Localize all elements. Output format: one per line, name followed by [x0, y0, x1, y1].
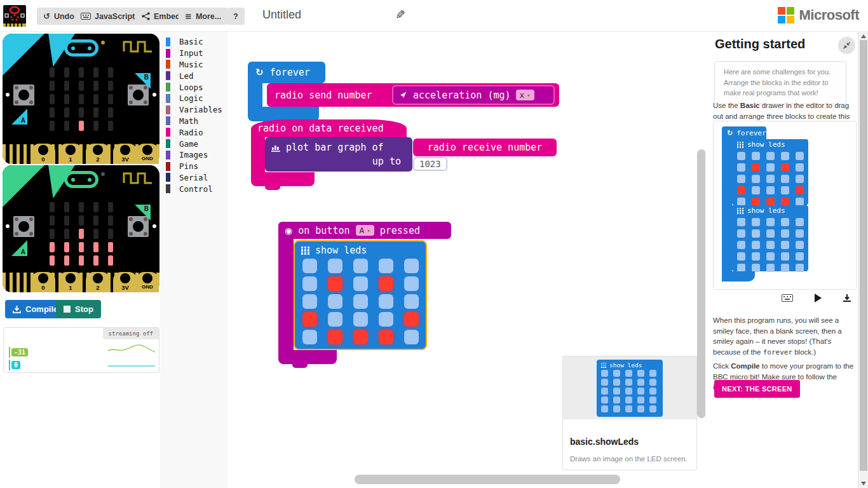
- led-cell-on[interactable]: [328, 276, 342, 291]
- block-forever[interactable]: ↻ forever: [248, 62, 325, 83]
- block-plot-label: plot bar graph of: [286, 142, 384, 153]
- block-radio-receive-number[interactable]: radio receive number: [413, 139, 557, 156]
- led-cell-off[interactable]: [379, 259, 393, 273]
- pin-label: 2: [96, 284, 99, 291]
- led-cell-on[interactable]: [404, 312, 419, 327]
- sim-button-b[interactable]: [128, 216, 149, 240]
- led-cell-on[interactable]: [328, 330, 342, 344]
- scroll-up-arrow[interactable]: [861, 34, 866, 38]
- sim-button-a[interactable]: [13, 85, 34, 108]
- category-label: Led: [179, 71, 194, 81]
- next-step-button[interactable]: NEXT: THE SCREEN: [714, 380, 800, 398]
- category-radio[interactable]: Radio: [160, 126, 227, 138]
- workspace-horizontal-scrollbar[interactable]: [355, 475, 620, 484]
- pin-0[interactable]: 0: [31, 144, 55, 164]
- category-variables[interactable]: Variables: [160, 104, 227, 116]
- pin-gnd[interactable]: GND: [136, 144, 159, 164]
- category-input[interactable]: Input: [160, 48, 227, 59]
- acceleration-axis-dropdown[interactable]: x ▾: [516, 90, 534, 100]
- category-led[interactable]: Led: [160, 70, 227, 81]
- led-cell-off[interactable]: [379, 312, 393, 327]
- category-serial[interactable]: Serial: [160, 172, 227, 184]
- instruction-paragraph-2: When this program runs, you will see a s…: [713, 315, 857, 358]
- rename-pencil-icon[interactable]: ✎: [395, 8, 405, 22]
- category-math[interactable]: Math: [160, 116, 227, 127]
- category-game[interactable]: Game: [160, 138, 227, 149]
- pin-3v[interactable]: 3V: [113, 272, 137, 292]
- block-acceleration[interactable]: acceleration (mg) x ▾: [392, 85, 555, 105]
- browser-scrollbar-thumb[interactable]: [860, 40, 867, 471]
- led-cell-on[interactable]: [379, 330, 393, 344]
- led-cell-on[interactable]: [302, 312, 317, 327]
- led-cell-off[interactable]: [404, 330, 419, 344]
- category-music[interactable]: Music: [160, 59, 227, 71]
- category-pins[interactable]: Pins: [160, 161, 227, 172]
- led-cell-off[interactable]: [379, 294, 393, 309]
- microbit-logo[interactable]: [3, 5, 26, 27]
- block-on-button-notch: [292, 364, 308, 368]
- led-cell-off: [613, 396, 620, 403]
- led-cell-off[interactable]: [404, 276, 419, 291]
- pin-1[interactable]: 1: [58, 272, 83, 292]
- javascript-button[interactable]: JavaScript: [74, 8, 141, 25]
- block-on-button-foot[interactable]: [278, 350, 337, 364]
- led-cell-off[interactable]: [302, 294, 317, 309]
- block-on-button-pressed[interactable]: ◉ on button A ▾ pressed: [278, 222, 451, 239]
- number-input-slot[interactable]: 1023: [413, 157, 447, 171]
- category-logic[interactable]: Logic: [160, 93, 227, 104]
- pin-1[interactable]: 1: [58, 144, 83, 164]
- led-cell-on[interactable]: [379, 276, 393, 291]
- led-cell-off[interactable]: [404, 259, 419, 273]
- led-cell-off[interactable]: [328, 259, 342, 273]
- help-button[interactable]: ?: [227, 8, 245, 25]
- led-cell-off: [737, 252, 745, 261]
- category-control[interactable]: Control: [160, 183, 227, 194]
- block-radio-on-data-received[interactable]: radio on data received: [251, 119, 407, 137]
- category-images[interactable]: Images: [160, 149, 227, 161]
- led-cell-off[interactable]: [328, 312, 342, 327]
- led-cell-off[interactable]: [302, 276, 317, 291]
- block-plot-upto-label: up to: [372, 156, 401, 167]
- project-title[interactable]: Untitled: [262, 8, 301, 22]
- pin-label: 1: [69, 284, 72, 291]
- block-radio-on-foot[interactable]: [251, 172, 315, 186]
- led-cell-off[interactable]: [302, 330, 317, 344]
- led-cell-off[interactable]: [404, 294, 419, 309]
- pin-2[interactable]: 2: [86, 144, 110, 164]
- led-cell-off: [796, 175, 804, 183]
- stop-button[interactable]: Stop: [56, 300, 101, 318]
- workspace-vertical-scrollbar[interactable]: [697, 149, 706, 418]
- led-cell-off[interactable]: [353, 259, 368, 273]
- pin-0[interactable]: 0: [31, 272, 55, 292]
- block-show-leds[interactable]: show leds: [294, 240, 427, 350]
- block-radio-send-number[interactable]: radio send number acceleration (mg) x ▾: [267, 83, 559, 107]
- block-radio-on-spine[interactable]: [251, 137, 265, 172]
- led-cell-off[interactable]: [353, 276, 368, 291]
- sim-button-b[interactable]: [128, 85, 149, 108]
- category-basic[interactable]: Basic: [160, 36, 227, 48]
- led-cell-on[interactable]: [353, 330, 368, 344]
- play-icon[interactable]: [814, 294, 822, 302]
- category-loops[interactable]: Loops: [160, 81, 227, 93]
- scroll-down-arrow[interactable]: [861, 482, 866, 485]
- pin-3v[interactable]: 3V: [113, 144, 137, 164]
- pin-label: 0: [41, 284, 44, 291]
- block-forever-spine[interactable]: [248, 83, 262, 107]
- led-cell-off[interactable]: [353, 294, 368, 309]
- browser-scrollbar-track[interactable]: [858, 32, 868, 488]
- block-plot-bar-graph[interactable]: plot bar graph of up to: [265, 137, 412, 172]
- led-cell-off[interactable]: [328, 294, 342, 309]
- led-cell-off[interactable]: [353, 312, 368, 327]
- button-select-dropdown[interactable]: A ▾: [356, 225, 374, 236]
- collapse-panel-button[interactable]: [838, 37, 855, 54]
- download-icon[interactable]: [843, 294, 851, 302]
- led-cell-on: [64, 242, 69, 252]
- led-cell-off[interactable]: [302, 259, 317, 273]
- streaming-status-badge[interactable]: streaming off: [103, 328, 159, 339]
- block-on-button-spine[interactable]: [278, 239, 294, 351]
- sim-button-a[interactable]: [13, 216, 34, 240]
- keyboard-icon[interactable]: [782, 294, 793, 302]
- pin-2[interactable]: 2: [86, 272, 110, 292]
- more-button[interactable]: ≡ More...: [179, 8, 227, 25]
- pin-gnd[interactable]: GND: [136, 272, 159, 292]
